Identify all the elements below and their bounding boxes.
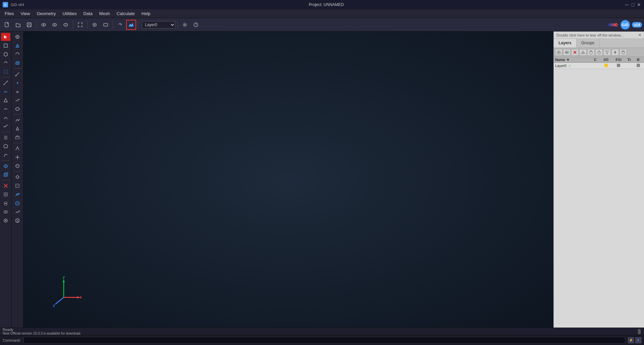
svg-text:z: z — [53, 303, 55, 307]
polygon-draw-button[interactable] — [1, 142, 10, 150]
arc-tool-button[interactable] — [1, 114, 10, 122]
user-avatar[interactable]: GiD — [621, 20, 630, 30]
minimize-button[interactable]: ─ — [625, 2, 629, 7]
toolbar-separator-4 — [113, 21, 113, 29]
vertex-button[interactable] — [1, 96, 10, 104]
command-bar: Command: ⚡ ≡ — [0, 335, 644, 345]
rotate-view-button[interactable] — [115, 20, 125, 30]
tool-2-1[interactable] — [13, 33, 22, 41]
line-tool-button[interactable] — [1, 105, 10, 113]
tool-2-14[interactable] — [13, 153, 22, 161]
cmd-icon-lightning[interactable]: ⚡ — [628, 337, 634, 343]
tool-2-4[interactable] — [13, 59, 22, 67]
plane-tool-button[interactable] — [101, 20, 111, 30]
panel-close-icon[interactable]: ✕ — [638, 33, 641, 37]
tool-2-17[interactable] — [13, 182, 22, 190]
draw-line-button[interactable] — [1, 79, 10, 87]
svg-rect-56 — [15, 137, 19, 139]
tool-2-19[interactable] — [13, 199, 22, 207]
move-up-button[interactable] — [611, 49, 619, 56]
tool-2-5[interactable] — [13, 70, 22, 78]
tab-layers[interactable]: Layers — [554, 39, 577, 48]
menu-mesh[interactable]: Mesh — [96, 10, 113, 17]
show-normals-button[interactable] — [50, 20, 60, 30]
tab-groups[interactable]: Groups — [577, 39, 599, 48]
draw-square-button[interactable] — [1, 42, 10, 50]
cut-layer-button[interactable] — [579, 49, 587, 56]
select-tool-button[interactable] — [1, 33, 10, 41]
lock-layer-button[interactable] — [595, 49, 603, 56]
tool-2-16[interactable] — [13, 173, 22, 181]
add-layer-button[interactable] — [555, 49, 562, 56]
fit-view-button[interactable] — [75, 20, 85, 30]
boolean-button[interactable] — [1, 208, 10, 216]
menu-files[interactable]: Files — [1, 10, 17, 17]
svg-marker-92 — [614, 51, 616, 53]
transform-button[interactable] — [1, 59, 10, 67]
mesh-draw-button[interactable] — [1, 190, 10, 198]
menu-geometry[interactable]: Geometry — [33, 10, 59, 17]
save-file-button[interactable] — [24, 20, 34, 30]
tool-2-15[interactable] — [13, 162, 22, 170]
show-all-button[interactable] — [39, 20, 49, 30]
delete-layer-button[interactable] — [571, 49, 579, 56]
viewport-canvas[interactable]: x y z — [23, 32, 553, 328]
edit-points-button[interactable]: •E• — [1, 88, 10, 96]
tool-2-3[interactable] — [13, 50, 22, 58]
maximize-button[interactable]: □ — [631, 2, 635, 7]
scroll-handle[interactable] — [637, 328, 641, 335]
main-area: •E• — [0, 32, 644, 328]
menu-view[interactable]: View — [17, 10, 33, 17]
close-window-button[interactable]: ✕ — [637, 2, 641, 7]
settings-button[interactable] — [180, 20, 190, 30]
surface-button[interactable] — [1, 162, 10, 170]
tool-2-11[interactable] — [13, 125, 22, 133]
svg-rect-90 — [598, 52, 600, 54]
snap-tool-button[interactable] — [90, 20, 100, 30]
command-input[interactable] — [23, 337, 625, 344]
tool-2-12[interactable] — [13, 133, 22, 141]
solid-button[interactable] — [1, 171, 10, 179]
menu-data[interactable]: Data — [80, 10, 96, 17]
layers-list: Layer0 ✓ — [554, 63, 644, 328]
tool-2-13[interactable] — [13, 145, 22, 153]
tool-2-9[interactable] — [13, 105, 22, 113]
layer-draw-active-button[interactable] — [126, 20, 136, 30]
layer-name-text: Layer0 — [555, 64, 567, 68]
tool-2-2[interactable] — [13, 42, 22, 50]
tool-2-21[interactable] — [13, 217, 22, 225]
tool-2-7[interactable] — [13, 88, 22, 96]
hatching-button[interactable] — [1, 133, 10, 141]
menu-calculate[interactable]: Calculate — [113, 10, 138, 17]
curve-button[interactable] — [1, 151, 10, 159]
tool-2-8[interactable] — [13, 96, 22, 104]
new-file-button[interactable] — [2, 20, 12, 30]
open-file-button[interactable] — [13, 20, 23, 30]
repair-button[interactable] — [1, 217, 10, 225]
svg-rect-99 — [604, 64, 608, 67]
help-button[interactable]: ? — [191, 20, 201, 30]
layer-row[interactable]: Layer0 ✓ — [554, 63, 644, 69]
box-select-button[interactable] — [1, 68, 10, 76]
tool-2-10[interactable] — [13, 116, 22, 124]
cmd-icon-scroll[interactable]: ≡ — [635, 337, 641, 343]
svg-marker-17 — [4, 35, 7, 39]
layer-dropdown[interactable]: Layer0 — [142, 21, 175, 28]
menu-help[interactable]: Help — [138, 10, 154, 17]
tool-2-6[interactable]: ✦ — [13, 79, 22, 87]
spline-button[interactable] — [1, 122, 10, 130]
extrude-button[interactable] — [1, 199, 10, 207]
left-separator-1 — [2, 77, 10, 77]
add-sublayer-button[interactable] — [563, 49, 571, 56]
filter-button[interactable] — [603, 49, 611, 56]
svg-marker-91 — [605, 51, 609, 54]
panel-tear-header[interactable]: Double click here to tear off the window… — [554, 32, 644, 39]
tool-2-18[interactable] — [13, 190, 22, 198]
tool-2-20[interactable] — [13, 208, 22, 216]
trash-button[interactable] — [620, 49, 627, 56]
show-other-button[interactable] — [61, 20, 71, 30]
menu-utilities[interactable]: Utilities — [59, 10, 80, 17]
delete-button[interactable] — [1, 182, 10, 190]
paste-layer-button[interactable] — [587, 49, 595, 56]
draw-hex-button[interactable] — [1, 50, 10, 58]
